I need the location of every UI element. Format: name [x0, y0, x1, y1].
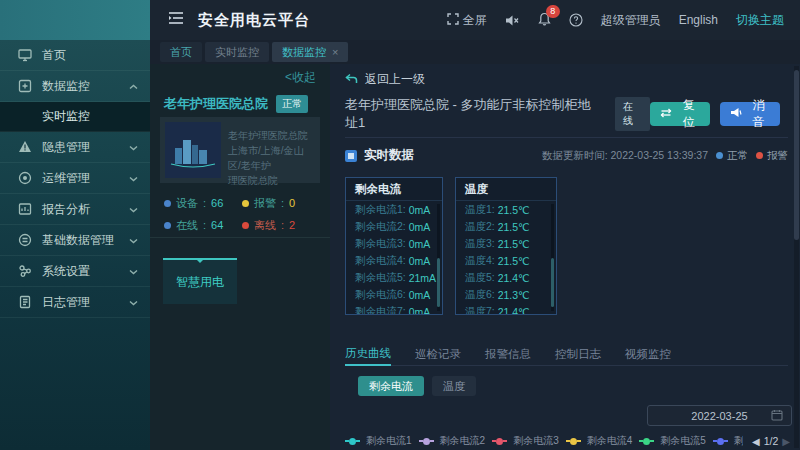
sidebar-item-hazard-management[interactable]: 隐患管理 [0, 132, 150, 163]
legend-normal: 正常 [716, 149, 748, 163]
warning-triangle-icon [18, 140, 32, 154]
notification-badge: 8 [546, 5, 560, 18]
sidebar-item-base-data-management[interactable]: 基础数据管理 [0, 225, 150, 256]
residual-current-card[interactable]: 剩余电流 剩余电流10mA 剩余电流20mA 剩余电流30mA 剩余电流40mA… [345, 177, 443, 315]
language-switch[interactable]: English [679, 13, 718, 27]
alarm-dot [756, 152, 763, 159]
tab-inspection-records[interactable]: 巡检记录 [415, 342, 461, 366]
user-role[interactable]: 超级管理员 [601, 12, 661, 29]
tab-home[interactable]: 首页 [160, 42, 202, 62]
data-row: 剩余电流20mA [346, 218, 442, 235]
speaker-mute-icon[interactable] [505, 14, 520, 27]
legend-item[interactable]: 剩余电流1 [345, 434, 412, 448]
normal-dot [716, 152, 723, 159]
reset-button[interactable]: 复位 [650, 102, 710, 126]
theme-toggle[interactable]: 切换主题 [736, 12, 784, 29]
data-row: 剩余电流30mA [346, 235, 442, 252]
sidebar-item-system-settings[interactable]: 系统设置 [0, 256, 150, 287]
stat-value: 66 [211, 197, 223, 209]
sidebar-nav: 首页 数据监控 实时监控 隐患管理 运维管理 报告分析 基础数据管理 [0, 40, 150, 450]
legend-item[interactable]: 剩余电流3 [492, 434, 559, 448]
legend-dot [570, 438, 577, 445]
tab-alarm-info[interactable]: 报警信息 [485, 342, 531, 366]
data-row: 温度421.5℃ [456, 252, 556, 269]
metric-buttons: 剩余电流 温度 [358, 376, 476, 396]
sidebar-item-data-monitoring[interactable]: 数据监控 [0, 71, 150, 102]
stat-value: 64 [211, 219, 223, 231]
site-address: 老年护理医院总院 上海市/上海/金山区/老年护 理医院总院 [228, 122, 315, 178]
smart-power-card[interactable]: 智慧用电 [163, 258, 237, 304]
fullscreen-icon [447, 13, 459, 28]
prev-page-icon[interactable]: ◀ [752, 436, 760, 447]
horn-icon [730, 107, 742, 121]
chevron-down-icon [129, 171, 138, 185]
reset-icon [660, 107, 672, 121]
residual-current-button[interactable]: 剩余电流 [358, 376, 424, 396]
site-stats: 设备: 66 报警: 0 在线: 64 离线: 2 [164, 192, 320, 236]
sidebar-item-home[interactable]: 首页 [0, 40, 150, 71]
temperature-card[interactable]: 温度 温度121.5℃ 温度221.5℃ 温度321.5℃ 温度421.5℃ 温… [455, 177, 557, 315]
home-icon [18, 48, 32, 62]
chart-legend: 剩余电流1 剩余电流2 剩余电流3 剩余电流4 剩余电流5 剩余电流6 剩余电流… [345, 433, 743, 449]
history-tab-bar: 历史曲线 巡检记录 报警信息 控制日志 视频监控 [345, 342, 788, 366]
calendar-icon [771, 407, 783, 425]
sidebar-item-report-analysis[interactable]: 报告分析 [0, 194, 150, 225]
data-row: 剩余电流521mA [346, 269, 442, 286]
tab-data-monitoring[interactable]: 数据监控 × [272, 42, 348, 62]
scrollbar-thumb[interactable] [794, 70, 799, 240]
legend-item[interactable]: 剩余电流5 [639, 434, 706, 448]
main-content: 返回上一级 老年护理医院总院 - 多功能厅非标控制柜地址1 在线 复位 消音 实… [330, 64, 800, 450]
logo-block [0, 0, 150, 40]
card-scrollbar[interactable] [437, 204, 440, 311]
online-badge: 在线 [615, 97, 650, 131]
scrollbar-thumb[interactable] [551, 258, 554, 307]
legend-item[interactable]: 剩余电流6 [713, 434, 743, 448]
card-scrollbar[interactable] [551, 204, 554, 311]
help-icon[interactable] [569, 13, 583, 27]
chevron-down-icon [129, 202, 138, 216]
stat-devices: 设备: 66 [164, 192, 242, 214]
data-row: 温度521.4℃ [456, 269, 556, 286]
back-button[interactable]: 返回上一级 [345, 71, 425, 88]
scrollbar-thumb[interactable] [437, 258, 440, 307]
site-info-card[interactable]: 老年护理医院总院 上海市/上海/金山区/老年护 理医院总院 [160, 117, 320, 183]
realtime-section-header: 实时数据 数据更新时间: 2022-03-25 13:39:37 正常 报警 [345, 147, 788, 164]
chevron-down-icon [129, 264, 138, 278]
legend-item[interactable]: 剩余电流2 [419, 434, 486, 448]
tab-realtime-monitoring[interactable]: 实时监控 [205, 42, 269, 62]
panel-divider [150, 237, 330, 238]
back-arrow-icon [345, 73, 358, 87]
site-name[interactable]: 老年护理医院总院 [164, 95, 268, 113]
mute-button[interactable]: 消音 [720, 102, 780, 126]
legend-alarm: 报警 [756, 149, 788, 163]
tab-history-curve[interactable]: 历史曲线 [345, 342, 391, 366]
tab-control-log[interactable]: 控制日志 [555, 342, 601, 366]
sidebar-item-log-management[interactable]: 日志管理 [0, 287, 150, 318]
data-row: 剩余电流10mA [346, 201, 442, 218]
card-title: 温度 [456, 178, 556, 201]
collapse-panel-link[interactable]: <收起 [285, 69, 316, 86]
fullscreen-button[interactable]: 全屏 [447, 12, 487, 29]
site-title-row: 老年护理医院总院 正常 [164, 95, 308, 113]
close-icon[interactable]: × [332, 46, 338, 58]
sidebar-item-realtime-monitoring[interactable]: 实时监控 [0, 102, 150, 132]
base-data-icon [18, 233, 32, 247]
realtime-data-icon [345, 150, 357, 162]
menu-fold-icon[interactable] [168, 11, 184, 29]
date-picker[interactable]: 2022-03-25 [647, 405, 792, 426]
online-dot [164, 222, 171, 229]
legend-item[interactable]: 剩余电流4 [566, 434, 633, 448]
realtime-meta: 数据更新时间: 2022-03-25 13:39:37 正常 报警 [542, 149, 788, 163]
page-scrollbar[interactable] [794, 66, 799, 448]
notifications-button[interactable]: 8 [538, 12, 551, 29]
section-divider [345, 137, 788, 138]
data-row: 剩余电流60mA [346, 286, 442, 303]
temperature-button[interactable]: 温度 [432, 376, 476, 396]
tab-video-monitoring[interactable]: 视频监控 [625, 342, 671, 366]
data-monitor-icon [18, 79, 32, 93]
next-page-icon[interactable]: ▶ [782, 436, 790, 447]
report-icon [18, 202, 32, 216]
data-row: 剩余电流40mA [346, 252, 442, 269]
device-dot [164, 200, 171, 207]
sidebar-item-ops-management[interactable]: 运维管理 [0, 163, 150, 194]
